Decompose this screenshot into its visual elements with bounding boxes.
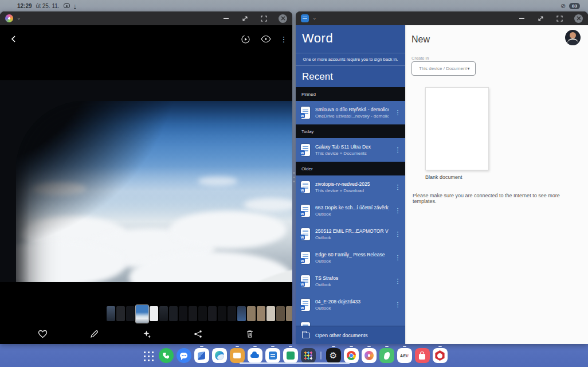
close-button[interactable] bbox=[574, 14, 583, 23]
recent-document-item[interactable]: W Zápis z rodičovské sch. 25. 2. 2025 ⋮ bbox=[296, 317, 405, 326]
signin-notice[interactable]: One or more accounts require you to sign… bbox=[296, 53, 405, 66]
caret-down-icon: ▼ bbox=[467, 67, 471, 71]
filmstrip-thumbnail[interactable] bbox=[286, 306, 292, 321]
gallery-menu-button[interactable]: ⋮ bbox=[280, 32, 288, 46]
word-app-icon[interactable] bbox=[265, 348, 280, 363]
create-in-label: Create in bbox=[411, 56, 429, 61]
filmstrip-thumbnail[interactable] bbox=[276, 306, 285, 321]
filmstrip-thumbnail[interactable] bbox=[126, 306, 135, 321]
recent-list: Pinned W Smlouva o dílo Rtyňská - demoli… bbox=[296, 87, 405, 326]
aev-app-icon[interactable]: AE// bbox=[397, 348, 412, 363]
filmstrip-thumbnail[interactable] bbox=[179, 306, 187, 321]
filmstrip-thumbnail[interactable] bbox=[218, 306, 226, 321]
close-button[interactable] bbox=[279, 14, 287, 23]
filmstrip-thumbnail[interactable] bbox=[208, 306, 217, 321]
word-doc-icon: W bbox=[301, 275, 310, 287]
item-menu-button[interactable]: ⋮ bbox=[394, 146, 402, 154]
share-button[interactable] bbox=[191, 327, 205, 341]
minimize-button[interactable] bbox=[222, 14, 230, 22]
favorite-button[interactable] bbox=[36, 327, 49, 341]
recent-document-item[interactable]: W 663 Dopis ke sch...í účetní závěrkyOut… bbox=[296, 199, 405, 222]
item-menu-button[interactable]: ⋮ bbox=[394, 301, 402, 309]
filmstrip-thumbnail[interactable] bbox=[150, 306, 158, 321]
filmstrip[interactable] bbox=[107, 304, 292, 323]
open-other-documents-button[interactable]: Open other documents bbox=[296, 326, 405, 344]
word-title-bar[interactable]: ⌄ bbox=[296, 11, 588, 25]
recent-document-item[interactable]: W Edge 60 Family_ Press ReleaseOutlook ⋮ bbox=[296, 246, 405, 270]
item-menu-button[interactable]: ⋮ bbox=[394, 231, 402, 238]
fullscreen-button[interactable] bbox=[260, 14, 268, 22]
fullscreen-button[interactable] bbox=[555, 14, 563, 22]
galaxy-store-icon[interactable] bbox=[415, 348, 430, 363]
motion-photo-icon[interactable] bbox=[238, 32, 252, 46]
email-app-icon[interactable] bbox=[230, 348, 245, 363]
messages-app-icon[interactable] bbox=[177, 348, 191, 363]
word-doc-icon: W bbox=[301, 107, 310, 119]
gallery-app-icon[interactable] bbox=[5, 14, 13, 22]
filmstrip-thumbnail-selected[interactable] bbox=[136, 305, 148, 323]
delete-button[interactable] bbox=[243, 327, 257, 341]
recent-heading: Recent bbox=[296, 66, 405, 86]
onedrive-app-icon[interactable] bbox=[248, 348, 262, 363]
filmstrip-thumbnail[interactable] bbox=[189, 306, 197, 321]
edit-button[interactable] bbox=[88, 327, 101, 341]
filmstrip-thumbnail[interactable] bbox=[116, 306, 125, 321]
settings-app-icon[interactable]: ⚙ bbox=[326, 348, 341, 363]
word-app-title: Word bbox=[296, 25, 405, 46]
filmstrip-thumbnail[interactable] bbox=[107, 306, 115, 321]
filmstrip-thumbnail[interactable] bbox=[237, 306, 246, 321]
all-apps-button[interactable] bbox=[141, 348, 156, 363]
filmstrip-thumbnail[interactable] bbox=[198, 306, 207, 321]
video-app-icon[interactable] bbox=[433, 348, 448, 363]
create-in-dropdown[interactable]: This device / Documents ▼ bbox=[411, 61, 476, 76]
phone-app-icon[interactable] bbox=[159, 348, 174, 363]
gallery-app-icon[interactable] bbox=[362, 348, 377, 363]
minimize-button[interactable] bbox=[518, 14, 526, 22]
gallery-window: ⌄ ⋮ bbox=[0, 11, 292, 344]
excel-app-icon[interactable] bbox=[283, 348, 298, 363]
recent-document-item[interactable]: W 04_E-208-dojezd433Outlook ⋮ bbox=[296, 293, 405, 317]
back-button[interactable] bbox=[7, 32, 21, 46]
resize-button[interactable] bbox=[536, 14, 544, 22]
recent-document-item[interactable]: W Smlouva o dílo Rtyňská - demoliceOneDr… bbox=[296, 101, 405, 124]
notes-app-icon[interactable] bbox=[194, 348, 209, 363]
edge-browser-icon[interactable] bbox=[212, 348, 227, 363]
account-avatar[interactable] bbox=[565, 30, 581, 45]
new-heading: New bbox=[411, 34, 430, 45]
recent-document-item[interactable]: W zivotopis-rv-nedved-2025This device » … bbox=[296, 175, 405, 199]
word-doc-icon: W bbox=[301, 252, 310, 264]
recent-section-header: Pinned bbox=[296, 87, 405, 101]
filmstrip-thumbnail[interactable] bbox=[169, 306, 178, 321]
word-app-icon[interactable] bbox=[301, 14, 309, 22]
filmstrip-thumbnail[interactable] bbox=[159, 306, 168, 321]
chrome-app-icon[interactable] bbox=[344, 348, 359, 363]
word-doc-icon: W bbox=[301, 144, 310, 156]
filmstrip-thumbnail[interactable] bbox=[228, 306, 236, 321]
word-recent-pane: Word One or more accounts require you to… bbox=[296, 25, 405, 344]
resize-button[interactable] bbox=[241, 14, 249, 22]
taskbar-separator bbox=[320, 352, 322, 360]
recent-document-item[interactable]: W TS StrafosOutlook ⋮ bbox=[296, 270, 405, 293]
recent-document-item[interactable]: W Galaxy Tab S11 Ultra DexThis device » … bbox=[296, 138, 405, 162]
window-divider-handle[interactable] bbox=[291, 172, 297, 182]
green-app-icon[interactable] bbox=[379, 348, 394, 363]
chevron-down-icon[interactable]: ⌄ bbox=[17, 15, 21, 21]
item-menu-button[interactable]: ⋮ bbox=[394, 254, 402, 261]
home-gesture-bar[interactable] bbox=[240, 362, 350, 364]
item-menu-button[interactable]: ⋮ bbox=[394, 184, 402, 191]
filmstrip-thumbnail[interactable] bbox=[247, 306, 256, 321]
chevron-down-icon[interactable]: ⌄ bbox=[312, 15, 317, 21]
photo-airplane-window[interactable] bbox=[0, 80, 292, 282]
details-eye-icon[interactable] bbox=[259, 32, 273, 46]
item-menu-button[interactable]: ⋮ bbox=[394, 278, 402, 285]
ai-edit-button[interactable] bbox=[139, 327, 153, 341]
folder-icon bbox=[302, 333, 310, 338]
app-folder-icon[interactable] bbox=[301, 348, 316, 363]
gallery-title-bar[interactable]: ⌄ bbox=[0, 11, 292, 25]
filmstrip-thumbnail[interactable] bbox=[257, 306, 265, 321]
blank-document-template[interactable] bbox=[425, 87, 489, 170]
item-menu-button[interactable]: ⋮ bbox=[394, 109, 402, 116]
filmstrip-thumbnail[interactable] bbox=[266, 306, 275, 321]
recent-document-item[interactable]: W 250512 EMIL FR...EAPMOTOR V CROutlook … bbox=[296, 222, 405, 246]
item-menu-button[interactable]: ⋮ bbox=[394, 207, 402, 214]
